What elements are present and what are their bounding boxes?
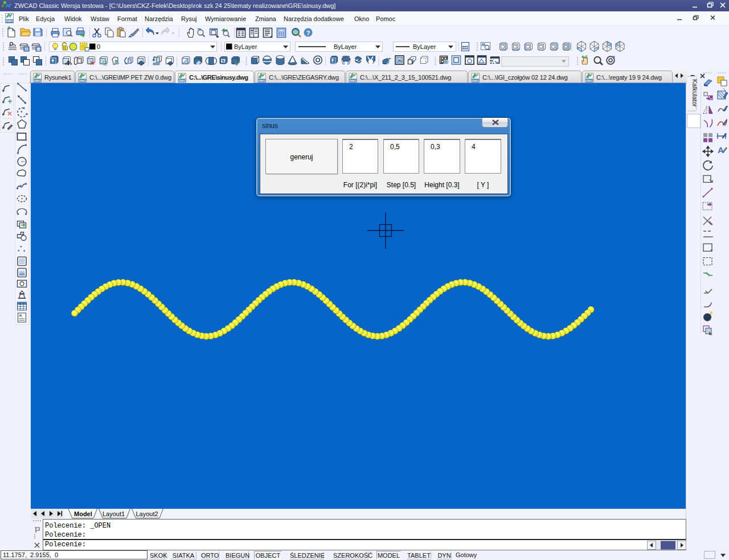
svg-text:Layout1: Layout1 xyxy=(103,510,125,517)
svg-text:DWG: DWG xyxy=(349,79,357,83)
svg-text:DWG: DWG xyxy=(585,79,593,83)
svg-text:DWG: DWG xyxy=(472,79,479,83)
svg-text:0: 0 xyxy=(97,43,100,50)
svg-text:A: A xyxy=(718,145,724,155)
svg-text:ByLayer: ByLayer xyxy=(234,43,257,50)
svg-text:DWG: DWG xyxy=(258,79,265,83)
svg-text:A: A xyxy=(19,313,23,318)
svg-text:?: ? xyxy=(306,30,310,36)
svg-text:DWG: DWG xyxy=(34,79,41,83)
svg-text:DWG: DWG xyxy=(6,19,14,23)
svg-text:ByLayer: ByLayer xyxy=(413,43,436,50)
svg-text:Kalkulator: Kalkulator xyxy=(691,79,698,107)
svg-text:Layout2: Layout2 xyxy=(136,510,158,517)
svg-text:DWG: DWG xyxy=(79,79,86,83)
svg-text:DWG: DWG xyxy=(178,79,186,83)
svg-text:Model: Model xyxy=(74,510,92,517)
svg-text:ByLayer: ByLayer xyxy=(334,43,357,50)
